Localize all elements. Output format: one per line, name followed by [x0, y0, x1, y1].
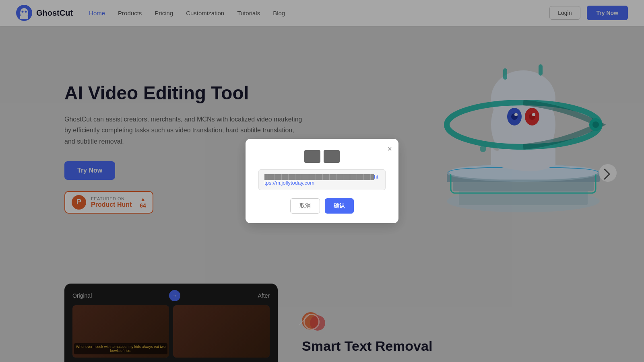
- modal-overlay[interactable]: × ████████████████████████████████https:…: [0, 0, 644, 362]
- modal-confirm-button[interactable]: 确认: [325, 198, 354, 214]
- modal-url-prefix: ████████████████████████████████: [264, 174, 374, 180]
- modal-icons: [258, 150, 386, 163]
- modal-cancel-button[interactable]: 取消: [290, 198, 320, 214]
- modal-close-button[interactable]: ×: [387, 144, 392, 154]
- modal-buttons: 取消 确认: [258, 198, 386, 214]
- modal-icon-1: [304, 150, 320, 163]
- modal-icon-2: [324, 150, 340, 163]
- modal-dialog: × ████████████████████████████████https:…: [246, 139, 398, 223]
- modal-url-bar: ████████████████████████████████https://…: [258, 169, 386, 190]
